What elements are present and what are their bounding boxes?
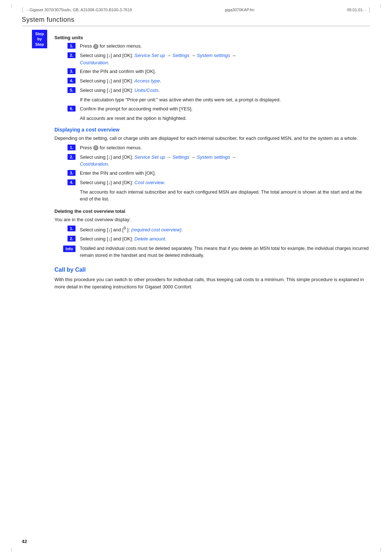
link-units-costs: Units/Costs	[134, 88, 158, 93]
info-badge: Info	[63, 246, 75, 252]
step-row-dc-3: 3. Enter the PIN and confirm with [OK].	[54, 170, 370, 177]
step-row-dc-4: 4. Select using [↓] and [OK]: Cost overv…	[54, 179, 370, 187]
filename: giga3070KAP.fm	[225, 8, 254, 12]
corner-mark-bl: |	[11, 547, 12, 551]
link-cost-overview: Cost overview	[134, 180, 164, 185]
section-title: System functions	[22, 16, 74, 24]
step-row-su-3: 3. Enter the PIN and confirm with [OK].	[54, 68, 370, 76]
step-num-dc-3: 3.	[54, 170, 80, 177]
step-num-su-5: 5.	[54, 87, 80, 94]
link-delete-amount: Delete amount	[134, 236, 165, 242]
note-text-dc-1: The accounts for each internal subscribe…	[80, 189, 370, 203]
link-service-setup-1: Service Set up	[134, 53, 165, 58]
header-underline-left: —	[25, 8, 29, 12]
step-num-del-1: 1.	[54, 225, 80, 233]
step-badge-su-2: 2.	[68, 52, 75, 58]
step-text-dc-1: Press ☰ for selection menus.	[80, 144, 370, 151]
main-content: Step by Step Setting units 1. Press ☰ fo…	[0, 26, 392, 307]
date: 09.01.01	[347, 8, 363, 12]
step-num-su-3: 3.	[54, 68, 80, 76]
link-access-type: Access type	[134, 78, 160, 84]
step-num-su-2: 2.	[54, 52, 80, 60]
corner-mark-tl: |	[11, 4, 12, 8]
info-row: Info Totalled and individual costs must …	[54, 245, 370, 259]
page-number: 42	[22, 539, 27, 544]
header-underline-right: —	[363, 8, 367, 12]
step-badge-dc-1: 1.	[68, 145, 75, 150]
section-header-line: System functions	[22, 16, 370, 26]
note-text-su-1: If the calculation type "Price per unit:…	[80, 96, 370, 104]
note-text-su-2: All accounts are reset and the option is…	[80, 115, 370, 122]
note-row-dc-1: The accounts for each internal subscribe…	[54, 189, 370, 203]
step-num-dc-4: 4.	[54, 179, 80, 187]
step-row-dc-2: 2. Select using [↓] and [OK]: Service Se…	[54, 154, 370, 168]
step-text-dc-2: Select using [↓] and [OK]: Service Set u…	[80, 154, 370, 168]
link-cost-duration-1: Cost/duration	[80, 60, 108, 65]
link-system-settings-1: System settings	[197, 53, 230, 58]
step-text-su-5: Select using [↓] and [OK]: Units/Costs.	[80, 87, 370, 94]
displaying-cost-intro: Depending on the setting, call or charge…	[54, 135, 370, 142]
corner-mark-br: |	[380, 547, 381, 551]
step-text-su-2: Select using [↓] and [OK]: Service Set u…	[80, 52, 370, 66]
header-pipe-right: |	[369, 7, 370, 13]
call-by-call-heading: Call by Call	[54, 267, 370, 273]
step-row-su-4: 4. Select using [↓] and [OK]: Access typ…	[54, 77, 370, 85]
step-row-su-5: 5. Select using [↓] and [OK]: Units/Cost…	[54, 87, 370, 94]
steps-column: Step by Step	[22, 30, 51, 292]
text-column: Setting units 1. Press ☰ for selection m…	[51, 30, 370, 292]
step-badge-su-3: 3.	[68, 68, 75, 74]
note-row-su-1: If the calculation type "Price per unit:…	[54, 96, 370, 104]
note-row-su-2: All accounts are reset and the option is…	[54, 115, 370, 122]
step-badge-dc-4: 4.	[68, 179, 75, 185]
step-row-del-1: 1. Select using [↓] and [9 ]: (required …	[54, 225, 370, 234]
info-text: Totalled and individual costs must be de…	[80, 245, 370, 259]
deleting-cost-intro: You are in the cost overview display:	[54, 216, 370, 223]
deleting-cost-heading: Deleting the cost overview total	[54, 208, 370, 214]
step-badge-del-1: 1.	[68, 226, 75, 231]
step-num-note-su-2	[54, 115, 80, 115]
step-num-dc-2: 2.	[54, 154, 80, 161]
step-text-su-6: Confirm the prompt for accounting method…	[80, 105, 370, 113]
step-num-dc-1: 1.	[54, 144, 80, 152]
step-by-step-badge: Step by Step	[32, 30, 47, 48]
header-pipe-left: |	[22, 7, 23, 13]
link-settings-2: Settings	[172, 154, 189, 160]
step-badge-su-1: 1.	[68, 43, 75, 49]
step-num-su-4: 4.	[54, 77, 80, 85]
link-service-setup-2: Service Set up	[134, 154, 165, 160]
info-num-col: Info	[54, 245, 80, 252]
link-cost-duration-2: Cost/duration	[80, 161, 108, 167]
step-row-su-1: 1. Press ☰ for selection menus.	[54, 42, 370, 50]
header-left: | —	[22, 7, 29, 13]
menu-icon-dc-1: ☰	[93, 145, 98, 150]
corner-mark-tr: |	[380, 4, 381, 8]
step-num-su-6: 6.	[54, 105, 80, 113]
step-row-dc-1: 1. Press ☰ for selection menus.	[54, 144, 370, 152]
step-num-note-dc-1	[54, 189, 80, 189]
step-text-su-1: Press ☰ for selection menus.	[80, 42, 370, 50]
step-num-note-su-1	[54, 96, 80, 97]
link-system-settings-2: System settings	[197, 154, 230, 160]
page-header: | — Gigaset 3070/3075isdn, GB, A31008-G3…	[0, 0, 392, 16]
step-text-dc-3: Enter the PIN and confirm with [OK].	[80, 170, 370, 177]
step-text-su-4: Select using [↓] and [OK]: Access type.	[80, 77, 370, 85]
step-badge-su-5: 5.	[68, 87, 75, 93]
link-required-cost-overview: (required cost overview)	[131, 227, 181, 232]
step-row-su-2: 2. Select using [↓] and [OK]: Service Se…	[54, 52, 370, 66]
step-row-del-2: 2. Select using [↓] and [OK]: Delete amo…	[54, 235, 370, 243]
page: | | | | | — Gigaset 3070/3075isdn, GB, A…	[0, 0, 392, 555]
step-text-su-3: Enter the PIN and confirm with [OK].	[80, 68, 370, 75]
call-by-call-text: With this procedure you can switch to ot…	[54, 276, 370, 290]
step-badge-su-6: 6.	[68, 106, 75, 112]
displaying-cost-heading: Displaying a cost overview	[54, 127, 370, 133]
step-text-del-1: Select using [↓] and [9 ]: (required cos…	[80, 225, 370, 234]
header-center-content: Gigaset 3070/3075isdn, GB, A31008-G3070-…	[29, 8, 363, 12]
step-badge-su-4: 4.	[68, 78, 75, 84]
step-text-dc-4: Select using [↓] and [OK]: Cost overview…	[80, 179, 370, 186]
step-badge-dc-3: 3.	[68, 170, 75, 176]
step-num-del-2: 2.	[54, 235, 80, 243]
step-num-su-1: 1.	[54, 42, 80, 50]
step-badge-dc-2: 2.	[68, 154, 75, 160]
menu-icon-su-1: ☰	[93, 44, 98, 49]
setting-units-heading: Setting units	[54, 35, 370, 40]
